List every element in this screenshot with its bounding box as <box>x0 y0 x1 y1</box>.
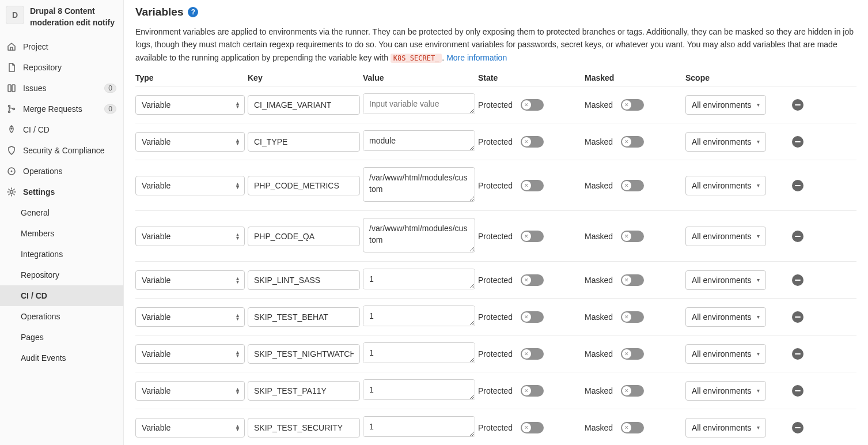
key-input[interactable] <box>248 95 360 115</box>
type-select[interactable]: Variable <box>135 176 245 195</box>
scope-select[interactable]: All environments▾ <box>685 381 766 401</box>
section-title-text: Variables <box>135 6 183 18</box>
key-input[interactable] <box>248 227 360 246</box>
value-input[interactable] <box>363 306 475 326</box>
section-description: Environment variables are applied to env… <box>135 25 856 64</box>
type-select[interactable]: Variable <box>135 95 245 115</box>
scope-select[interactable]: All environments▾ <box>685 307 766 327</box>
masked-toggle[interactable] <box>621 311 644 323</box>
value-input[interactable] <box>363 379 475 400</box>
sidebar-subitem-general[interactable]: General <box>0 202 123 223</box>
protected-toggle[interactable] <box>521 274 544 286</box>
remove-button[interactable] <box>792 231 803 242</box>
scope-select[interactable]: All environments▾ <box>685 270 766 290</box>
scope-select[interactable]: All environments▾ <box>685 418 766 438</box>
value-input[interactable] <box>363 218 475 252</box>
sidebar-item-security-compliance[interactable]: Security & Compliance <box>0 140 123 161</box>
more-info-link[interactable]: More information <box>446 53 507 62</box>
masked-toggle[interactable] <box>621 385 644 397</box>
table-row: Variable▴▾ProtectedMaskedAll environment… <box>135 372 856 409</box>
key-input[interactable] <box>248 418 360 438</box>
merge-icon <box>7 104 16 114</box>
sidebar-subitem-integrations[interactable]: Integrations <box>0 244 123 265</box>
remove-button[interactable] <box>792 422 803 433</box>
chevron-down-icon: ▾ <box>757 387 760 394</box>
project-title: Drupal 8 Content moderation edit notify <box>30 6 117 28</box>
key-input[interactable] <box>248 344 360 364</box>
type-select[interactable]: Variable <box>135 381 245 401</box>
sidebar-subitem-operations[interactable]: Operations <box>0 306 123 327</box>
sidebar-item-ci-cd[interactable]: CI / CD <box>0 119 123 140</box>
value-input[interactable] <box>363 93 475 114</box>
protected-toggle[interactable] <box>521 99 544 111</box>
sidebar-subitem-repository[interactable]: Repository <box>0 265 123 285</box>
masked-toggle[interactable] <box>621 274 644 286</box>
type-select[interactable]: Variable <box>135 227 245 246</box>
protected-toggle[interactable] <box>521 348 544 360</box>
remove-button[interactable] <box>792 348 803 360</box>
sidebar-item-issues[interactable]: Issues0 <box>0 78 123 99</box>
type-select[interactable]: Variable <box>135 418 245 438</box>
protected-toggle[interactable] <box>521 180 544 191</box>
masked-toggle[interactable] <box>621 348 644 360</box>
chevron-down-icon: ▾ <box>757 314 760 320</box>
masked-toggle[interactable] <box>621 231 644 242</box>
table-row: Variable▴▾ProtectedMaskedAll environment… <box>135 123 856 160</box>
sidebar-item-settings[interactable]: Settings <box>0 182 123 202</box>
sidebar-item-repository[interactable]: Repository <box>0 57 123 78</box>
sidebar-item-merge-requests[interactable]: Merge Requests0 <box>0 99 123 119</box>
remove-button[interactable] <box>792 99 803 111</box>
masked-toggle[interactable] <box>621 180 644 191</box>
key-input[interactable] <box>248 132 360 152</box>
file-icon <box>7 63 16 72</box>
protected-toggle[interactable] <box>521 311 544 323</box>
type-select[interactable]: Variable <box>135 270 245 290</box>
value-input[interactable] <box>363 130 475 151</box>
remove-button[interactable] <box>792 311 803 323</box>
scope-select[interactable]: All environments▾ <box>685 227 766 246</box>
sidebar-subitem-audit-events[interactable]: Audit Events <box>0 348 123 368</box>
protected-toggle[interactable] <box>521 231 544 242</box>
chevron-down-icon: ▾ <box>757 233 760 239</box>
badge: 0 <box>104 104 116 114</box>
protected-toggle[interactable] <box>521 136 544 148</box>
sidebar-subitem-ci-cd[interactable]: CI / CD <box>0 285 123 306</box>
svg-point-8 <box>10 191 13 194</box>
protected-label: Protected <box>478 137 513 146</box>
project-header[interactable]: D Drupal 8 Content moderation edit notif… <box>0 0 123 36</box>
scope-select[interactable]: All environments▾ <box>685 344 766 364</box>
remove-button[interactable] <box>792 180 803 191</box>
key-input[interactable] <box>248 307 360 327</box>
protected-toggle[interactable] <box>521 385 544 397</box>
type-select[interactable]: Variable <box>135 307 245 327</box>
value-input[interactable] <box>363 167 475 202</box>
key-input[interactable] <box>248 381 360 401</box>
chevron-down-icon: ▾ <box>757 350 760 357</box>
value-input[interactable] <box>363 269 475 289</box>
type-select[interactable]: Variable <box>135 344 245 364</box>
masked-label: Masked <box>585 232 613 241</box>
masked-toggle[interactable] <box>621 422 644 433</box>
help-icon[interactable]: ? <box>188 7 198 17</box>
scope-select[interactable]: All environments▾ <box>685 176 766 195</box>
sidebar-subitem-pages[interactable]: Pages <box>0 327 123 348</box>
sidebar-subitem-members[interactable]: Members <box>0 223 123 244</box>
sidebar-item-operations[interactable]: Operations <box>0 161 123 182</box>
masked-toggle[interactable] <box>621 136 644 148</box>
protected-label: Protected <box>478 423 513 432</box>
scope-select[interactable]: All environments▾ <box>685 132 766 152</box>
remove-button[interactable] <box>792 274 803 286</box>
type-select[interactable]: Variable <box>135 132 245 152</box>
remove-button[interactable] <box>792 136 803 148</box>
value-input[interactable] <box>363 342 475 363</box>
protected-label: Protected <box>478 100 513 110</box>
masked-toggle[interactable] <box>621 99 644 111</box>
key-input[interactable] <box>248 270 360 290</box>
protected-toggle[interactable] <box>521 422 544 433</box>
scope-label: All environments <box>692 312 752 322</box>
key-input[interactable] <box>248 176 360 195</box>
sidebar-item-project[interactable]: Project <box>0 36 123 57</box>
value-input[interactable] <box>363 416 475 437</box>
remove-button[interactable] <box>792 385 803 397</box>
scope-select[interactable]: All environments▾ <box>685 95 766 115</box>
